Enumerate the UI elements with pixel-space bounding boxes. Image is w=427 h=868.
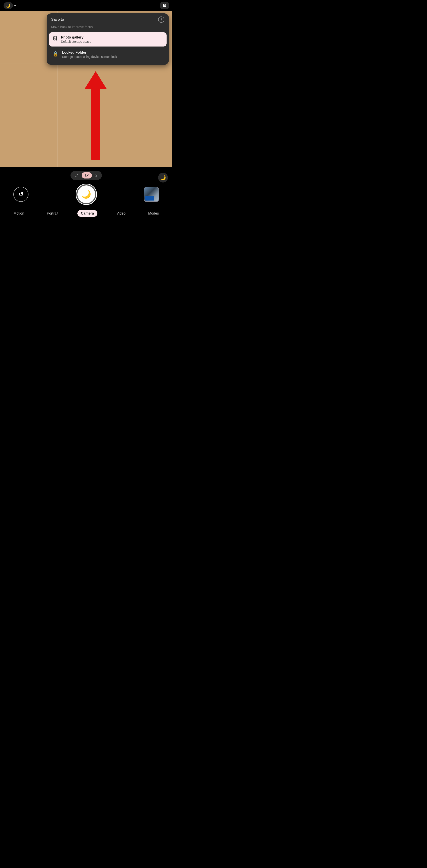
modes-tab-bar: Motion Portrait Camera Video Modes <box>0 207 172 217</box>
locked-folder-title: Locked Folder <box>62 51 117 55</box>
red-arrow-annotation <box>85 71 107 160</box>
help-icon: ? <box>160 18 162 21</box>
zoom-row: .7 1× 2 🌙 <box>0 171 172 180</box>
save-to-header: Save to ? <box>47 17 169 25</box>
camera-controls-row: ↺ 🌙 <box>0 184 172 204</box>
zoom-07-button[interactable]: .7 <box>73 173 80 178</box>
focus-hint-text: Move back to improve focus <box>47 25 169 31</box>
arrow-head <box>85 71 107 89</box>
locked-folder-text: Locked Folder Storage space using device… <box>62 51 117 59</box>
tab-portrait[interactable]: Portrait <box>43 210 62 217</box>
night-mode-shutter-icon: 🌙 <box>81 190 91 199</box>
save-to-title: Save to <box>51 18 64 22</box>
photo-gallery-subtitle: Default storage space <box>61 40 91 43</box>
tab-modes[interactable]: Modes <box>144 210 162 217</box>
auto-moon-icon: 🌙 <box>160 175 166 180</box>
chevron-down-icon: ▾ <box>14 4 16 7</box>
locked-folder-option[interactable]: 🔒 Locked Folder Storage space using devi… <box>49 48 167 62</box>
help-button[interactable]: ? <box>158 17 164 23</box>
zoom-1x-button[interactable]: 1× <box>81 172 92 179</box>
lock-icon: 🔒 <box>53 51 59 57</box>
flip-camera-button[interactable]: ↺ <box>13 187 29 202</box>
photo-gallery-option[interactable]: 🖼 Photo gallery Default storage space <box>49 32 167 46</box>
zoom-2x-button[interactable]: 2 <box>93 173 100 178</box>
tab-camera[interactable]: Camera <box>77 210 98 217</box>
car-shape <box>145 196 154 200</box>
top-bar-left: 🌙 ▾ <box>4 2 16 9</box>
top-bar: 🌙 ▾ 🖼 <box>0 0 172 11</box>
locked-folder-subtitle: Storage space using device screen lock <box>62 55 117 59</box>
photo-gallery-title: Photo gallery <box>61 35 91 39</box>
shutter-button[interactable]: 🌙 <box>76 184 96 204</box>
bottom-bar: .7 1× 2 🌙 ↺ 🌙 Motion Portrait Camera Vid… <box>0 167 172 217</box>
night-mode-button[interactable]: 🌙 <box>4 2 13 9</box>
tab-video[interactable]: Video <box>113 210 129 217</box>
thumbnail-image <box>144 187 159 202</box>
save-to-dropdown: Save to ? Move back to improve focus 🖼 P… <box>47 13 169 65</box>
photo-gallery-icon: 🖼 <box>53 36 57 42</box>
moon-icon: 🌙 <box>6 4 10 8</box>
dropdown-chevron-button[interactable]: ▾ <box>14 4 16 7</box>
zoom-pill: .7 1× 2 <box>70 171 102 180</box>
arrow-shaft <box>91 89 100 160</box>
photo-gallery-text: Photo gallery Default storage space <box>61 35 91 43</box>
last-photo-thumbnail[interactable] <box>144 187 159 202</box>
gallery-icon: 🖼 <box>163 4 166 7</box>
flip-camera-icon: ↺ <box>19 191 24 198</box>
gallery-button[interactable]: 🖼 <box>160 2 169 9</box>
auto-night-bottom-button[interactable]: 🌙 <box>158 173 168 183</box>
tab-motion[interactable]: Motion <box>10 210 28 217</box>
